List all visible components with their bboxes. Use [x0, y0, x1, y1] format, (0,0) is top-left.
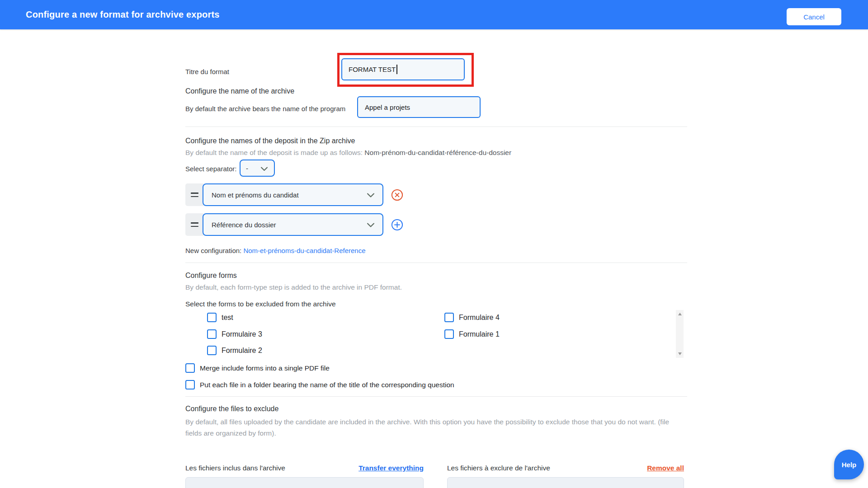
archive-name-input[interactable]: [357, 96, 481, 118]
deposit-default-pattern: By default the name of the deposit is ma…: [185, 149, 511, 157]
folder-per-question-label: Put each file in a folder bearing the na…: [200, 381, 454, 389]
checkbox-unchecked[interactable]: [207, 346, 217, 355]
checkbox-unchecked[interactable]: [444, 329, 454, 339]
transfer-everything-link[interactable]: Transfer everything: [359, 464, 424, 472]
excluded-files-header: Les fichiers à exclure de l'archive Remo…: [447, 464, 684, 472]
new-configuration-link[interactable]: Nom-et-prénoms-du-candidat-Reference: [243, 247, 365, 254]
separator-select[interactable]: -: [240, 160, 275, 177]
form-checkbox-row[interactable]: Formulaire 2: [207, 346, 262, 355]
format-title-value: FORMAT TEST: [349, 66, 396, 73]
section-deposit-names: Configure the names of the deposit in th…: [185, 137, 355, 145]
scrollbar[interactable]: [676, 310, 684, 358]
form-checkbox-row[interactable]: test: [207, 313, 233, 322]
deposit-field-select-2[interactable]: Référence du dossier: [203, 213, 383, 236]
new-configuration: New configuration: Nom-et-prénoms-du-can…: [185, 247, 366, 254]
included-files-label: Les fichiers inclus dans l'archive: [185, 464, 285, 472]
drag-handle[interactable]: [185, 213, 203, 236]
excluded-files-list[interactable]: [447, 477, 684, 488]
format-title-input[interactable]: FORMAT TEST: [341, 58, 465, 80]
section-archive-name: Configure the name of the archive: [185, 87, 294, 95]
checkbox-unchecked[interactable]: [207, 313, 217, 322]
form-checkbox-row[interactable]: Formulaire 4: [444, 313, 500, 322]
chevron-down-icon: [367, 221, 374, 229]
divider: [185, 263, 687, 263]
checkbox-unchecked[interactable]: [185, 363, 195, 373]
form-checkbox-label: Formulaire 3: [222, 330, 262, 338]
deposit-field-row: Référence du dossier: [185, 213, 420, 236]
chevron-down-icon: [367, 192, 374, 199]
excluded-files-label: Les fichiers à exclure de l'archive: [447, 464, 550, 472]
remove-all-link[interactable]: Remove all: [647, 464, 684, 472]
plus-circle-icon: [391, 225, 403, 232]
add-field-button[interactable]: [391, 219, 403, 231]
scroll-up-button[interactable]: [676, 311, 684, 317]
section-files-exclude: Configure the files to exclude: [185, 405, 278, 413]
remove-field-button[interactable]: [391, 189, 403, 201]
format-title-label: Titre du format: [185, 68, 229, 75]
deposit-field-row: Nom et prénoms du candidat: [185, 183, 420, 206]
form-checkbox-row[interactable]: Formulaire 1: [444, 329, 500, 339]
merge-forms-option[interactable]: Merge include forms into a single PDF fi…: [185, 363, 330, 373]
deposit-pattern-value: Nom-prénom-du-candidat-référence-du-doss…: [364, 149, 511, 156]
page: Configure a new format for archvive expo…: [0, 0, 868, 488]
form-checkbox-label: Formulaire 4: [459, 314, 500, 322]
divider: [185, 127, 687, 127]
form-checkbox-label: Formulaire 2: [222, 347, 262, 355]
divider: [185, 396, 687, 397]
cancel-button[interactable]: Cancel: [787, 8, 841, 25]
chevron-down-icon: [261, 165, 268, 173]
folder-per-question-option[interactable]: Put each file in a folder bearing the na…: [185, 380, 454, 389]
new-configuration-label: New configuration:: [185, 247, 243, 254]
included-files-list[interactable]: [185, 477, 424, 488]
scroll-down-button[interactable]: [676, 351, 684, 357]
form-checkbox-label: Formulaire 1: [459, 330, 500, 338]
remove-circle-icon: [391, 196, 403, 202]
forms-subtitle: By default, each form-type step is added…: [185, 283, 402, 291]
separator-value: -: [246, 164, 248, 172]
section-configure-forms: Configure forms: [185, 272, 237, 280]
header-bar: Configure a new format for archvive expo…: [0, 0, 868, 29]
merge-forms-label: Merge include forms into a single PDF fi…: [200, 364, 330, 372]
deposit-field-value-1: Nom et prénoms du candidat: [212, 191, 299, 199]
archive-name-label: By default the archive bears the name of…: [185, 105, 345, 113]
deposit-pattern-prefix: By default the name of the deposit is ma…: [185, 149, 364, 156]
form-checkbox-label: test: [222, 314, 233, 322]
forms-select-label: Select the forms to be excluded from the…: [185, 300, 336, 308]
checkbox-unchecked[interactable]: [207, 329, 217, 339]
separator-label: Select separator:: [185, 165, 236, 173]
form-checkbox-row[interactable]: Formulaire 3: [207, 329, 262, 339]
page-title: Configure a new format for archvive expo…: [26, 9, 220, 20]
checkbox-unchecked[interactable]: [444, 313, 454, 322]
forms-checklist: test Formulaire 3 Formulaire 2 Formulair…: [185, 310, 684, 358]
drag-handle[interactable]: [185, 183, 203, 206]
deposit-field-value-2: Référence du dossier: [212, 221, 276, 229]
checkbox-unchecked[interactable]: [185, 380, 195, 389]
help-button[interactable]: Help: [834, 450, 864, 479]
deposit-field-select-1[interactable]: Nom et prénoms du candidat: [203, 183, 383, 206]
text-cursor: [396, 65, 397, 74]
main-content: Titre du format FORMAT TEST Configure th…: [185, 29, 687, 488]
included-files-header: Les fichiers inclus dans l'archive Trans…: [185, 464, 424, 472]
files-exclude-subtitle: By default, all files uploaded by the ca…: [185, 416, 686, 439]
